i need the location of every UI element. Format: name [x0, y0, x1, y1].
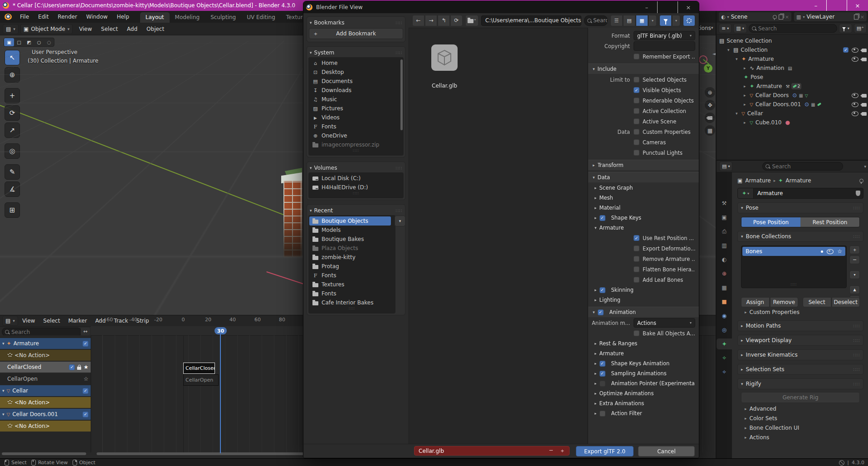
zoom-tool-icon[interactable]: ⊕ — [705, 87, 715, 98]
export-option-row[interactable]: ▾ Include — [588, 64, 699, 74]
option-checkbox[interactable] — [634, 139, 639, 145]
option-checkbox[interactable] — [600, 361, 605, 367]
settings-gear-button[interactable] — [683, 15, 695, 26]
nla-track-row[interactable]: <No Action> — [0, 397, 91, 408]
export-option-row[interactable]: ▸ Armature — [594, 348, 695, 358]
volume-item[interactable]: Local Disk (C:) — [309, 174, 399, 183]
object-mode-dropdown[interactable]: ▣Object Mode▾ — [20, 24, 73, 34]
properties-tab[interactable] — [717, 282, 731, 293]
properties-tab[interactable] — [717, 240, 731, 251]
copy-icon[interactable] — [854, 15, 858, 20]
viewport-options-clipped[interactable]: Options — [697, 25, 711, 31]
filter-settings-dropdown[interactable]: ▾ — [672, 15, 680, 26]
export-option-row[interactable]: Flatten Bone Hiera... — [592, 264, 695, 275]
select-button[interactable]: Select — [803, 297, 831, 307]
option-checkbox[interactable] — [634, 150, 639, 156]
properties-tab[interactable] — [717, 268, 731, 279]
solo-dot-icon[interactable] — [821, 250, 823, 253]
chevron-down-icon[interactable]: ▾ — [2, 412, 5, 417]
refresh-button[interactable]: ⟳ — [450, 15, 463, 26]
star-icon[interactable]: ☆ — [837, 248, 842, 255]
tree-chevron[interactable] — [736, 57, 739, 61]
sidebar-collapse-arrow[interactable]: ◄ — [712, 51, 716, 57]
outliner-row[interactable]: Armature — [717, 54, 868, 64]
menu[interactable]: File — [15, 12, 34, 21]
current-frame-indicator[interactable]: 30 — [215, 327, 227, 334]
tool-button[interactable]: + — [5, 88, 20, 103]
nla-track-row[interactable]: ▾ Cellar — [0, 385, 91, 396]
export-option-row[interactable]: Use Rest Position ... — [592, 233, 695, 243]
option-field[interactable] — [634, 41, 695, 51]
view-thumbnails-button[interactable]: ▦ — [636, 15, 648, 26]
camera-visibility-icon[interactable] — [862, 58, 867, 61]
collection-specials-dropdown[interactable]: ▾ — [849, 270, 860, 279]
nla-menu[interactable]: Marker — [64, 317, 91, 325]
rigify-panel-header[interactable]: ▾Rigify∷∷ — [737, 378, 863, 389]
outliner-row[interactable]: Pose — [717, 73, 868, 82]
sidebar-item[interactable]: Pictures — [309, 104, 399, 113]
back-button[interactable]: ← — [412, 15, 424, 26]
nla-track-row[interactable]: <No Action> — [0, 350, 91, 361]
recent-item[interactable]: Boutique Objects — [309, 216, 391, 226]
viewport-menu[interactable]: View — [74, 25, 96, 34]
option-field[interactable]: Actions▾ — [634, 318, 695, 328]
nla-track-row[interactable]: CellarOpen — [0, 373, 91, 384]
outliner-row[interactable]: Cube.010 — [717, 118, 868, 127]
recent-item[interactable]: Fonts — [309, 289, 391, 298]
minimize-button[interactable]: – — [805, 0, 826, 11]
export-option-row[interactable]: Add Leaf Bones — [592, 275, 695, 285]
eye-icon[interactable] — [852, 111, 858, 116]
tree-chevron[interactable] — [744, 93, 747, 98]
bone-collection-row[interactable]: Bones ☆ — [742, 247, 845, 256]
option-checkbox[interactable] — [600, 287, 605, 293]
option-field[interactable]: glTF Binary (.glb)▾ — [634, 31, 695, 40]
tool-button[interactable]: ↗ — [5, 123, 20, 138]
export-option-row[interactable]: ▸ Optimize Animations — [594, 388, 695, 398]
export-option-row[interactable]: ▸ Animation Pointer (Experimental) — [594, 378, 695, 388]
option-checkbox[interactable] — [634, 87, 639, 93]
export-option-row[interactable]: Data Custom Properties — [592, 127, 695, 137]
option-checkbox[interactable] — [598, 309, 604, 315]
option-checkbox[interactable] — [634, 129, 639, 135]
outliner-display-mode[interactable]: ≡▾ — [719, 24, 731, 33]
tool-button[interactable]: ∡ — [5, 181, 20, 197]
nla-strip[interactable]: CellarClosed — [183, 363, 215, 374]
recent-item[interactable]: Protag — [309, 262, 391, 271]
option-checkbox[interactable] — [634, 235, 639, 241]
eye-icon[interactable] — [852, 102, 858, 107]
export-option-row[interactable]: Format glTF Binary (.glb)▾ — [592, 30, 695, 41]
custom-properties-subpanel[interactable]: ▸Custom Properties — [737, 307, 863, 317]
rigify-subpanel[interactable]: ▸Color Sets — [737, 413, 863, 423]
export-option-row[interactable]: Copyright — [592, 41, 695, 51]
export-option-row[interactable]: ▸ Transform — [588, 160, 699, 170]
file-item[interactable]: Cellar.glb — [427, 44, 462, 89]
deselect-button[interactable]: Deselect — [832, 297, 860, 307]
option-checkbox[interactable] — [634, 266, 639, 272]
scrollbar[interactable] — [400, 59, 403, 130]
remove-collection-button[interactable]: − — [849, 255, 860, 264]
option-checkbox[interactable] — [634, 54, 639, 59]
export-option-row[interactable]: ▸ Extra Animations — [594, 398, 695, 408]
nla-menu[interactable]: Select — [39, 317, 64, 325]
nla-track-row[interactable]: ▾ Cellar Doors.001 — [0, 409, 91, 420]
track-checkbox[interactable] — [83, 412, 88, 417]
outliner-row[interactable]: Cellar — [717, 109, 868, 118]
chevron-down-icon[interactable]: ▾ — [2, 341, 5, 346]
export-option-row[interactable]: Punctual Lights — [592, 147, 695, 158]
export-option-row[interactable]: ▸ Material — [594, 203, 695, 213]
track-checkbox[interactable] — [69, 364, 75, 370]
close-button[interactable]: × — [678, 1, 699, 13]
properties-tab[interactable] — [717, 353, 731, 363]
tool-button[interactable]: ✎ — [5, 164, 20, 180]
export-option-row[interactable]: ▾ Data — [588, 172, 699, 182]
export-option-row[interactable]: ▾ Armature — [594, 223, 695, 233]
eye-icon[interactable] — [852, 93, 858, 98]
add-bookmark-button[interactable]: ＋Add Bookmark — [309, 28, 403, 39]
pin-icon[interactable] — [859, 179, 863, 183]
parent-dir-button[interactable]: ↰ — [438, 15, 450, 26]
exclude-checkbox[interactable] — [843, 47, 848, 53]
menu[interactable]: Window — [82, 12, 112, 21]
create-folder-button[interactable]: ⁺ — [465, 15, 478, 26]
outliner-row[interactable]: Cellar Doors.001 — [717, 100, 868, 109]
rigify-subpanel[interactable]: ▸Actions — [737, 432, 863, 442]
